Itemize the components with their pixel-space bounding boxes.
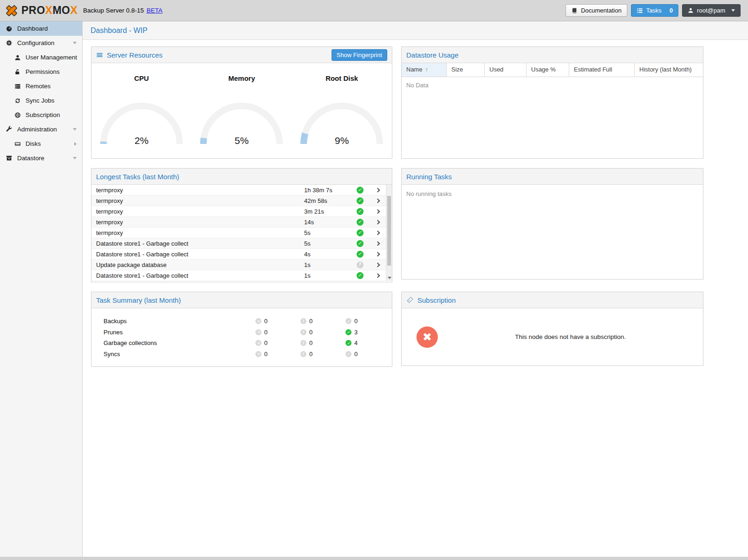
chevron-down-icon[interactable] — [73, 42, 77, 44]
sidebar-item-remotes[interactable]: Remotes — [0, 79, 82, 93]
task-row[interactable]: Update package database1s? — [91, 260, 386, 270]
dashboard-grid: Server Resources Show Fingerprint CPU — [83, 40, 748, 367]
chevron-right-icon[interactable] — [369, 199, 386, 202]
no-subscription-icon — [416, 326, 438, 348]
task-name: termproxy — [91, 187, 304, 194]
summary-label: Syncs — [104, 351, 255, 358]
sidebar-item-sync-jobs[interactable]: Sync Jobs — [0, 93, 82, 108]
sidebar: Dashboard Configuration User Management — [0, 21, 83, 557]
subscription-body: This node does not have a subscription. — [402, 308, 703, 365]
chevron-right-icon[interactable] — [369, 210, 386, 213]
chevron-right-icon[interactable] — [369, 189, 386, 192]
task-row[interactable]: termproxy1h 38m 7s✓ — [91, 185, 386, 195]
summary-label: Backups — [104, 318, 255, 325]
gauge-arc: 9% — [298, 99, 386, 146]
task-name: Update package database — [91, 261, 304, 268]
task-duration: 1s — [304, 261, 351, 268]
main-area: Dashboard Configuration User Management — [0, 21, 748, 557]
task-summary-body: Backups 0 0 0 Prunes 0 0 3 Garbage c — [91, 308, 392, 359]
task-row[interactable]: termproxy5s✓ — [91, 228, 386, 238]
column-header-used[interactable]: Used — [485, 63, 527, 77]
chevron-right-icon[interactable] — [369, 274, 386, 277]
show-fingerprint-button[interactable]: Show Fingerprint — [332, 49, 387, 61]
archive-icon — [5, 155, 13, 162]
gauge-memory: Memory 5% — [195, 74, 288, 146]
task-duration: 1s — [304, 272, 351, 279]
sidebar-item-configuration[interactable]: Configuration — [0, 36, 82, 50]
sidebar-item-user-management[interactable]: User Management — [0, 50, 82, 65]
ok-count-icon — [345, 318, 351, 324]
task-status-icon: ✓ — [357, 208, 364, 215]
task-duration: 3m 21s — [304, 208, 351, 215]
task-row[interactable]: termproxy14s✓ — [91, 217, 386, 228]
gauge-arc: 2% — [98, 99, 186, 146]
chevron-down-icon[interactable] — [73, 157, 77, 159]
error-count-icon — [255, 351, 261, 357]
task-name: Datastore store1 - Garbage collect — [91, 240, 304, 247]
column-header-name[interactable]: Name — [402, 63, 447, 77]
error-count: 0 — [264, 339, 267, 346]
sidebar-item-datastore[interactable]: Datastore — [0, 151, 82, 165]
warning-count: 0 — [309, 329, 312, 336]
sidebar-item-dashboard[interactable]: Dashboard — [0, 21, 82, 36]
task-row[interactable]: termproxy42m 58s✓ — [91, 195, 386, 206]
sidebar-item-disks[interactable]: Disks — [0, 137, 82, 151]
error-count: 0 — [264, 351, 267, 358]
task-status-icon: ✓ — [357, 197, 364, 204]
sidebar-item-label: Permissions — [26, 68, 60, 75]
page-title: Dashboard - WIP — [83, 21, 748, 40]
chevron-right-icon[interactable] — [369, 231, 386, 234]
column-header-estimated-full[interactable]: Estimated Full — [569, 63, 635, 77]
chevron-right-icon[interactable] — [369, 221, 386, 224]
book-icon — [571, 7, 578, 14]
sidebar-item-permissions[interactable]: Permissions — [0, 65, 82, 79]
chevron-down-icon[interactable] — [73, 128, 77, 130]
task-duration: 5s — [304, 240, 351, 247]
task-row[interactable]: termproxy3m 21s✓ — [91, 206, 386, 217]
sidebar-item-label: User Management — [26, 54, 77, 61]
ok-count: 0 — [354, 318, 358, 325]
scrollbar[interactable] — [386, 185, 392, 281]
documentation-button[interactable]: Documentation — [566, 4, 627, 17]
sidebar-item-administration[interactable]: Administration — [0, 122, 82, 137]
ticket-icon — [406, 296, 414, 304]
sidebar-item-subscription[interactable]: Subscription — [0, 108, 82, 122]
column-header-history[interactable]: History (last Month) — [635, 63, 703, 77]
user-menu-button[interactable]: root@pam — [682, 4, 741, 17]
server-resources-header: Server Resources Show Fingerprint — [91, 47, 392, 63]
task-name: termproxy — [91, 229, 304, 236]
error-count-icon — [255, 318, 261, 324]
column-header-size[interactable]: Size — [447, 63, 485, 77]
running-tasks-title: Running Tasks — [406, 173, 452, 181]
sidebar-item-label: Disks — [26, 140, 41, 147]
warning-count-icon — [300, 318, 306, 324]
beta-link[interactable]: BETA — [147, 7, 163, 14]
subscription-message: This node does not have a subscription. — [438, 333, 703, 340]
task-row[interactable]: Datastore store1 - Garbage collect5s✓ — [91, 238, 386, 249]
task-status-icon: ✓ — [357, 187, 364, 194]
life-ring-icon — [13, 112, 21, 118]
chevron-right-icon[interactable] — [369, 242, 386, 245]
datastore-usage-panel: Datastore Usage Name Size Used Usage % E… — [401, 46, 703, 159]
task-row[interactable]: Datastore store1 - Garbage collect1s✓ — [91, 270, 386, 281]
scrollbar-thumb[interactable] — [387, 196, 391, 266]
proxmox-logo: PROXMOX — [5, 4, 78, 18]
warning-count-icon — [300, 329, 306, 335]
chevron-right-icon[interactable] — [369, 263, 386, 267]
proxmox-x-icon — [5, 4, 19, 18]
task-duration: 14s — [304, 219, 351, 226]
chevron-right-icon[interactable] — [369, 253, 386, 256]
scrollbar-down-arrow[interactable] — [388, 277, 391, 279]
gauge-title: Root Disk — [325, 74, 358, 82]
longest-tasks-list: termproxy1h 38m 7s✓ termproxy42m 58s✓ te… — [91, 185, 392, 281]
task-row[interactable]: Datastore store1 - Garbage collect4s✓ — [91, 249, 386, 260]
chevron-right-icon[interactable] — [74, 142, 77, 146]
bottom-scrollbar-strip[interactable] — [0, 557, 748, 560]
gears-icon — [5, 39, 13, 46]
task-duration: 42m 58s — [304, 197, 351, 204]
product-subtitle: Backup Server 0.8-15 — [83, 7, 144, 14]
column-header-usage[interactable]: Usage % — [527, 63, 569, 77]
ok-count: 0 — [354, 351, 358, 358]
dashboard-icon — [5, 25, 13, 32]
tasks-button[interactable]: Tasks 0 — [631, 4, 678, 17]
